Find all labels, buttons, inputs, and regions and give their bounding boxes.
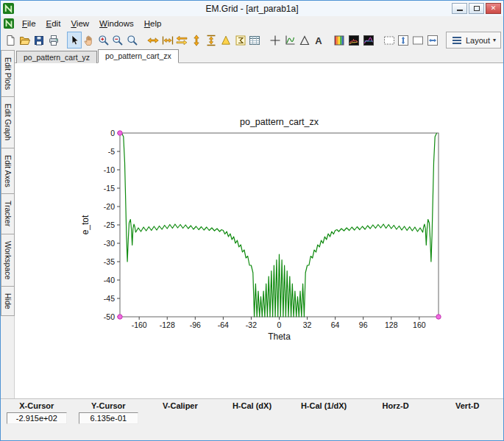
tab-po-pattern-cart-yz[interactable]: po_pattern_cart_yz (16, 51, 97, 63)
text-a-icon: A (313, 35, 324, 46)
toolbar: ALayout▾ (1, 30, 503, 50)
menu-help[interactable]: Help (139, 18, 167, 29)
statusbar: X-CursorY-CursorV-CaliperH-Cal (dX)H-Cal… (1, 398, 503, 440)
table-icon (249, 35, 260, 46)
swap-axes-button[interactable] (175, 32, 190, 49)
frame-plain-button[interactable] (411, 32, 425, 49)
frame-dashed-button[interactable] (382, 32, 397, 49)
plot-canvas[interactable]: 0-5-10-15-20-25-30-35-40-45-50-160-128-9… (15, 63, 503, 398)
y-axis-label: e_tot (80, 215, 90, 234)
fit-x-limits-button[interactable] (160, 32, 175, 49)
edit-axes-button[interactable] (283, 32, 297, 49)
colormap-icon (333, 35, 345, 46)
menu-view[interactable]: View (65, 18, 94, 29)
x-tick-label: 64 (331, 320, 340, 329)
frame-horizontal-button[interactable] (425, 32, 440, 49)
cursor-arrow-icon (68, 35, 80, 46)
axis-handle-x-end[interactable] (436, 315, 441, 319)
fit-y-limits-button[interactable] (204, 32, 219, 49)
x-tick-label: -32 (246, 320, 257, 329)
frame-plain-icon (412, 35, 424, 46)
spectrogram-button[interactable] (361, 32, 376, 49)
y-tick-label: -50 (104, 312, 115, 321)
frame-dashed-icon (383, 35, 395, 46)
new-document-button[interactable] (3, 32, 18, 49)
toolbar-separator (376, 40, 382, 40)
axis-handle-y-top[interactable] (118, 131, 122, 135)
status-label-h-cal-1-dx: H-Cal (1/dX) (288, 401, 360, 411)
minimize-button[interactable] (452, 3, 467, 14)
print-button[interactable] (46, 32, 61, 49)
caliper-button[interactable] (297, 32, 312, 49)
x-tick-label: 160 (413, 320, 426, 329)
crosshair-button[interactable] (268, 32, 283, 49)
peak-search-button[interactable] (219, 32, 233, 49)
menu-file[interactable]: File (17, 18, 41, 29)
maximize-button[interactable] (469, 3, 484, 14)
menu-edit[interactable]: Edit (41, 18, 66, 29)
fit-y-button[interactable] (189, 32, 204, 49)
fit-x-button[interactable] (146, 32, 160, 49)
waterfall-button[interactable] (347, 32, 361, 49)
swap-h-icon (176, 35, 188, 46)
status-value-box: -2.915e+02 (7, 412, 67, 424)
tab-po-pattern-cart-zx[interactable]: po_pattern_cart_zx (98, 49, 179, 63)
toolbar-separator (61, 40, 67, 40)
sidebar-tab-edit-plots[interactable]: Edit Plots (1, 50, 15, 97)
zoom-window-button[interactable] (125, 32, 140, 49)
sidebar-tab-tracker[interactable]: Tracker (1, 193, 15, 234)
status-value-h-cal-dx (216, 412, 288, 425)
y-tick-label: 0 (110, 129, 115, 137)
axes-curve-icon (284, 35, 296, 46)
x-tick-label: 0 (277, 320, 282, 329)
layout-dropdown[interactable]: Layout▾ (446, 32, 501, 49)
data-table-button[interactable] (247, 32, 262, 49)
status-label-h-cal-dx: H-Cal (dX) (216, 401, 288, 411)
x-tick-label: 96 (359, 320, 368, 329)
document-tabrow: po_pattern_cart_yzpo_pattern_cart_zx (15, 50, 503, 63)
close-button[interactable]: ✕ (486, 3, 501, 14)
zoom-icon (127, 35, 138, 46)
y-tick-label: -45 (104, 294, 115, 303)
sidebar-tab-edit-axes[interactable]: Edit Axes (1, 148, 15, 195)
status-value-box: 6.135e-01 (79, 412, 139, 424)
close-icon: ✕ (491, 5, 497, 12)
sidebar-tab-edit-graph[interactable]: Edit Graph (1, 96, 15, 148)
menu-windows[interactable]: Windows (94, 18, 139, 29)
colormap-button[interactable] (332, 32, 347, 49)
toolbar-separator (326, 40, 332, 40)
sidebar-tab-hide[interactable]: Hide (1, 286, 15, 317)
svg-text:A: A (316, 35, 323, 46)
menubar: FileEditViewWindowsHelp (1, 16, 503, 30)
pan-tool-button[interactable] (82, 32, 96, 49)
y-tick-label: -40 (104, 276, 115, 284)
toolbar-separator (262, 40, 268, 40)
frame-vertical-button[interactable] (397, 32, 411, 49)
window-controls: ✕ (452, 3, 501, 14)
statusbar-values: -2.915e+026.135e-01 (1, 412, 503, 425)
status-value-vert-d (431, 412, 503, 425)
zoom-out-icon (112, 35, 124, 46)
open-button[interactable] (18, 32, 32, 49)
statusbar-headers: X-CursorY-CursorV-CaliperH-Cal (dX)H-Cal… (1, 399, 503, 411)
y-tick-label: -30 (104, 239, 115, 248)
minimize-icon (457, 10, 463, 11)
text-annotation-button[interactable]: A (312, 32, 327, 49)
zoom-out-button[interactable] (110, 32, 125, 49)
sum-button[interactable] (233, 32, 248, 49)
select-tool-button[interactable] (67, 32, 82, 49)
layout-lines-icon (451, 35, 463, 46)
print-icon (48, 35, 60, 46)
toolbar-separator (440, 40, 446, 40)
open-folder-icon (19, 35, 31, 46)
x-axis-label: Theta (268, 331, 291, 342)
y-tick-label: -5 (108, 147, 115, 156)
plot-frame[interactable] (120, 133, 439, 317)
crosshair-icon (269, 35, 281, 46)
axis-handle-origin[interactable] (118, 315, 122, 319)
zoom-in-button[interactable] (96, 32, 111, 49)
sigma-icon (235, 35, 246, 46)
sidebar-tab-workspace[interactable]: Workspace (1, 234, 15, 287)
status-label-v-caliper: V-Caliper (144, 401, 216, 411)
save-button[interactable] (32, 32, 47, 49)
